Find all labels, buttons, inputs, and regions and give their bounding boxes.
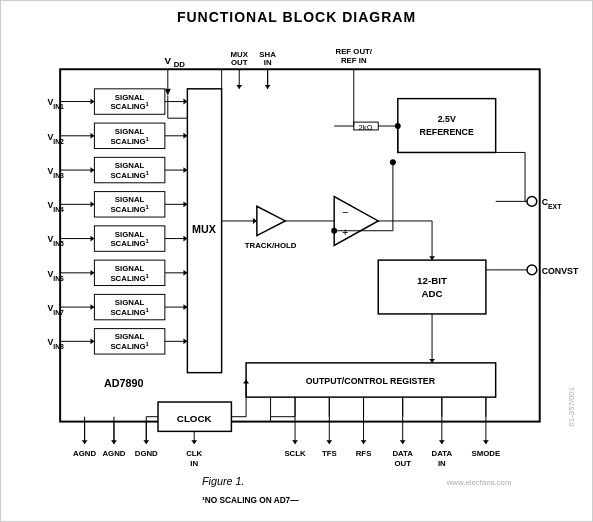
- svg-text:SCALING1: SCALING1: [110, 136, 149, 146]
- svg-text:OUTPUT/CONTROL REGISTER: OUTPUT/CONTROL REGISTER: [306, 376, 436, 386]
- svg-text:SIGNAL: SIGNAL: [115, 195, 145, 204]
- svg-marker-165: [483, 440, 489, 444]
- svg-text:CONVST: CONVST: [542, 266, 579, 276]
- svg-marker-157: [400, 440, 406, 444]
- svg-text:V: V: [165, 55, 172, 66]
- svg-marker-151: [326, 440, 332, 444]
- svg-marker-154: [361, 440, 367, 444]
- svg-text:ADC: ADC: [421, 288, 442, 299]
- svg-marker-49: [90, 304, 94, 310]
- svg-text:VIN4: VIN4: [47, 200, 64, 213]
- page: FUNCTIONAL BLOCK DIAGRAM V DD SIGNAL SCA…: [0, 0, 593, 522]
- svg-text:VIN5: VIN5: [47, 234, 64, 247]
- svg-text:SIGNAL: SIGNAL: [115, 298, 145, 307]
- svg-marker-34: [90, 133, 94, 139]
- svg-text:MUX: MUX: [192, 223, 217, 235]
- svg-text:SIGNAL: SIGNAL: [115, 161, 145, 170]
- svg-marker-148: [292, 440, 298, 444]
- svg-marker-40: [90, 201, 94, 207]
- svg-text:SHA: SHA: [259, 50, 276, 59]
- svg-text:SIGNAL: SIGNAL: [115, 127, 145, 136]
- svg-point-121: [527, 196, 537, 206]
- svg-text:RFS: RFS: [356, 449, 372, 458]
- svg-text:SIGNAL: SIGNAL: [115, 264, 145, 273]
- svg-text:CLOCK: CLOCK: [177, 413, 212, 424]
- svg-text:TRACK/HOLD: TRACK/HOLD: [245, 241, 297, 250]
- svg-text:IN: IN: [190, 459, 198, 468]
- svg-text:VIN2: VIN2: [47, 132, 64, 145]
- svg-text:VIN6: VIN6: [47, 269, 64, 282]
- svg-text:OUT: OUT: [394, 459, 411, 468]
- svg-text:+: +: [342, 226, 348, 238]
- svg-text:DATA: DATA: [392, 449, 413, 458]
- svg-text:AGND: AGND: [73, 449, 96, 458]
- svg-text:AD7890: AD7890: [104, 377, 143, 389]
- svg-marker-74: [236, 85, 242, 89]
- svg-point-92: [390, 159, 396, 165]
- svg-marker-43: [90, 236, 94, 242]
- svg-marker-52: [90, 338, 94, 344]
- svg-point-89: [331, 228, 337, 234]
- svg-text:SCALING1: SCALING1: [110, 341, 149, 351]
- svg-marker-37: [90, 167, 94, 173]
- svg-text:SIGNAL: SIGNAL: [115, 332, 145, 341]
- svg-marker-144: [191, 440, 197, 444]
- svg-text:SCALING1: SCALING1: [110, 101, 149, 111]
- svg-marker-83: [257, 206, 285, 235]
- svg-text:SCLK: SCLK: [284, 449, 306, 458]
- svg-text:SMODE: SMODE: [472, 449, 501, 458]
- svg-text:SCALING1: SCALING1: [110, 307, 149, 317]
- svg-text:www.elecfans.com: www.elecfans.com: [446, 478, 512, 487]
- svg-text:−: −: [342, 206, 348, 218]
- svg-text:CLK: CLK: [186, 449, 202, 458]
- svg-text:VIN7: VIN7: [47, 303, 64, 315]
- svg-text:IN: IN: [438, 459, 446, 468]
- svg-text:01-357/001: 01-357/001: [567, 387, 576, 427]
- svg-text:Figure 1.: Figure 1.: [202, 475, 244, 487]
- svg-text:TFS: TFS: [322, 449, 337, 458]
- diagram-area: V DD SIGNAL SCALING1 SIGNAL SCALING1 SIG…: [1, 35, 592, 495]
- svg-marker-86: [334, 196, 378, 245]
- svg-text:SIGNAL: SIGNAL: [115, 230, 145, 239]
- svg-text:SCALING1: SCALING1: [110, 170, 149, 180]
- svg-text:SCALING1: SCALING1: [110, 204, 149, 214]
- svg-text:SCALING1: SCALING1: [110, 238, 149, 248]
- svg-marker-4: [165, 89, 171, 96]
- svg-text:REF OUT/: REF OUT/: [336, 47, 373, 56]
- svg-text:SCALING1: SCALING1: [110, 273, 149, 283]
- page-title: FUNCTIONAL BLOCK DIAGRAM: [1, 1, 592, 25]
- svg-text:OUT: OUT: [231, 58, 248, 67]
- diagram-svg: V DD SIGNAL SCALING1 SIGNAL SCALING1 SIG…: [1, 35, 592, 495]
- svg-text:VIN8: VIN8: [47, 337, 64, 350]
- svg-text:IN: IN: [264, 58, 272, 67]
- svg-text:DGND: DGND: [135, 449, 158, 458]
- svg-rect-93: [398, 99, 496, 153]
- svg-point-127: [527, 265, 537, 275]
- svg-text:DATA: DATA: [432, 449, 453, 458]
- svg-text:REFERENCE: REFERENCE: [420, 127, 474, 137]
- svg-text:AGND: AGND: [102, 449, 125, 458]
- svg-text:¹NO SCALING ON AD7—: ¹NO SCALING ON AD7—: [202, 495, 299, 505]
- svg-marker-46: [90, 270, 94, 276]
- svg-text:VIN1: VIN1: [47, 97, 64, 110]
- svg-text:REF IN: REF IN: [341, 56, 367, 65]
- svg-rect-104: [378, 260, 486, 314]
- svg-text:DD: DD: [174, 60, 186, 69]
- svg-marker-161: [439, 440, 445, 444]
- svg-text:MUX: MUX: [231, 50, 249, 59]
- svg-text:CEXT: CEXT: [542, 197, 562, 210]
- svg-text:2.5V: 2.5V: [438, 114, 456, 124]
- svg-text:2kΩ: 2kΩ: [358, 123, 372, 132]
- svg-text:12-BIT: 12-BIT: [417, 275, 447, 286]
- svg-marker-31: [90, 99, 94, 105]
- svg-text:VIN3: VIN3: [47, 166, 64, 179]
- svg-text:SIGNAL: SIGNAL: [115, 93, 145, 102]
